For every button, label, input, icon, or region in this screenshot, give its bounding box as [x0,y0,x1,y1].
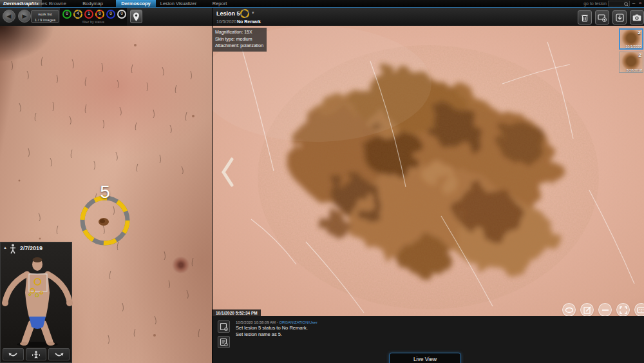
list-gear-icon [220,338,228,346]
camera-icon [632,14,641,21]
status-filter-group: 0 4 1 0 0 [60,8,127,26]
thumbnail-date: 10/1/2020 [626,44,641,48]
chevron-left-icon [219,157,234,188]
grid-keys-icon [637,307,644,313]
ellipse-annotation-button[interactable] [562,303,576,316]
app-window: DermaGraphix James Browne Bodymap Dermos… [0,0,644,363]
body-figure-icon [9,244,17,254]
measure-button[interactable] [598,303,612,316]
rotate-right-button[interactable] [48,348,70,360]
delete-image-button[interactable] [578,10,592,25]
thumbnail-count-badge: 2 [639,52,641,58]
image-meta-overlay: Magnification: 15X Skin type: medium Att… [213,28,267,52]
dermoscopy-viewer[interactable]: Magnification: 15X Skin type: medium Att… [213,26,644,316]
worklist-count: 1 / 9 images [32,17,59,23]
log-settings-button[interactable] [218,336,230,348]
close-button[interactable]: × [637,0,643,7]
tab-dermoscopy[interactable]: Dermoscopy [116,0,156,7]
grid-overlay-button[interactable] [634,303,644,316]
log-entry-line: Set lesion name as 5. [236,331,317,338]
location-pin-button[interactable] [130,10,142,23]
reset-view-button[interactable] [26,348,47,360]
next-image-button[interactable]: ▶ [18,10,31,23]
previous-capture-arrow[interactable] [219,157,234,190]
chevron-down-icon[interactable]: ▾ [252,10,254,15]
add-to-screen-button[interactable] [595,10,609,25]
status-filter-blue[interactable]: 0 [106,9,116,19]
rotate-left-button[interactable] [3,348,24,360]
lesion-status: No Remark [237,19,261,24]
status-filter-yellow[interactable]: 4 [73,9,83,19]
bodymap-inset-panel: ▲ 2/7/2019 [0,242,72,363]
rotate-right-icon [54,351,64,358]
capture-timestamp: 10/1/2020 5:52:34 PM [213,309,261,316]
worklist-button[interactable]: work list 1 / 9 images [31,10,59,23]
capture-image-button[interactable] [630,10,644,25]
capture-thumbnail-1[interactable]: 2 10/1/2020 [619,28,643,50]
thumbnail-date: 3/28/2018 [627,68,642,72]
chevron-right-icon: ▶ [23,13,27,19]
edit-icon [583,306,591,314]
minimize-button[interactable]: – [630,0,637,7]
tab-bodymap[interactable]: Bodymap [70,0,116,7]
lesion-5-marker-number: 5 [89,182,121,202]
nipple [171,257,191,273]
log-entry-user: ORGANIZATION\User [279,320,317,324]
go-to-lesion-input[interactable] [608,1,630,6]
fullscreen-button[interactable] [616,303,630,316]
tab-report[interactable]: Report [201,0,238,7]
dermoscopy-image [213,26,644,316]
panel-divider [212,8,213,26]
tab-lesion-visualizer[interactable]: Lesion Visualizer [156,0,201,7]
trash-icon [581,14,589,22]
collapse-arrow-icon[interactable]: ▲ [3,246,7,250]
status-filter-label: filter by status [60,20,127,24]
screen-plus-icon [598,14,607,22]
lesion-status-ring-dropdown[interactable] [240,8,250,19]
toolbar: ◀ ▶ work list 1 / 9 images 0 4 [0,8,644,26]
user-name: James Browne [32,0,66,7]
bodymap-inset-header[interactable]: ▲ 2/7/2019 [1,242,71,255]
bodymap-figure[interactable] [1,255,73,347]
top-bar: DermaGraphix James Browne Bodymap Dermos… [0,0,644,8]
worklist-label: work list [32,12,59,17]
chevron-left-icon: ◀ [7,13,12,19]
previous-image-button[interactable]: ◀ [3,10,15,23]
magnification-value: Magnification: 15X [215,29,263,36]
add-note-button[interactable] [218,320,230,333]
body-photo-panel[interactable]: 5 2 ▲ 2/7/2019 [0,26,212,363]
search-icon [623,1,629,7]
fullscreen-arrows-icon [620,306,627,314]
thumbnail-count-badge: 2 [638,30,641,35]
edit-annotation-button[interactable] [580,303,594,316]
bodymap-inset-controls [1,348,71,360]
log-entry-timestamp: 10/5/2020 10:58:09 AM - [236,320,279,324]
log-entry-meta: 10/5/2020 10:58:09 AM - ORGANIZATION\Use… [236,320,317,325]
log-entry: 10/5/2020 10:58:09 AM - ORGANIZATION\Use… [236,320,317,338]
ellipse-icon [565,307,574,313]
download-icon [616,14,624,22]
go-to-lesion-label: go to lesion [583,1,607,6]
capture-thumbnail-2[interactable]: 2 3/28/2018 [619,52,643,73]
rotate-left-icon [8,351,18,358]
body-front-icon [32,351,41,358]
bodymap-capture-date: 2/7/2019 [20,245,43,251]
lesion-title: Lesion 5 [216,10,240,17]
map-pin-icon [133,12,140,22]
status-filter-red[interactable]: 1 [84,9,94,19]
status-filter-red-yellow[interactable]: 0 [95,9,105,19]
note-add-icon [220,322,228,331]
status-filter-white[interactable]: 0 [117,9,127,19]
log-entry-line: Set lesion 5 status to No Remark. [236,325,317,331]
ruler-line-icon [601,309,609,311]
export-image-button[interactable] [612,10,627,25]
live-view-button[interactable]: Live View [389,353,461,363]
activity-log-panel: 10/5/2020 10:58:09 AM - ORGANIZATION\Use… [213,316,644,363]
status-ring-icon [240,8,250,19]
status-filter-green[interactable]: 0 [62,9,72,19]
skin-type-value: Skin type: medium [215,36,263,43]
lesion-date: 10/5/2020 [216,19,236,24]
attachment-value: Attachment: polarization [215,43,263,50]
